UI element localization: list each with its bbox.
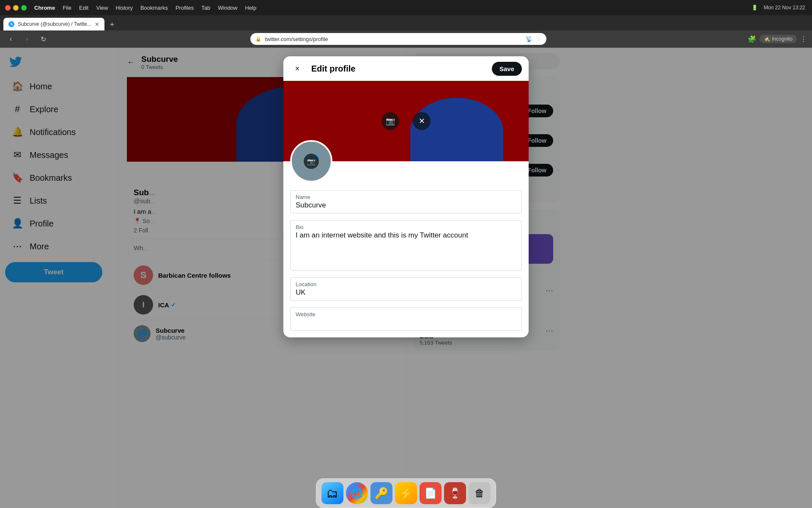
field-spacer-2 — [283, 272, 529, 277]
browser-actions: 🧩 🕵 Incognito ⋮ — [748, 35, 807, 43]
dock-finder[interactable]: 🗂 — [321, 482, 343, 504]
modal-avatar-section: 📷 — [283, 161, 529, 187]
thunderbolt-icon: ⚡ — [399, 486, 414, 500]
clock: Mon 22 Nov 13:22 — [764, 5, 805, 11]
keepass-icon: 🔑 — [375, 487, 388, 500]
avatar-camera-button[interactable]: 📷 — [304, 154, 319, 169]
titlebar-right: 🔋 Mon 22 Nov 13:22 — [752, 5, 805, 11]
bio-field[interactable]: Bio I am an internet website and this is… — [290, 220, 522, 271]
website-field[interactable]: Website — [290, 307, 522, 331]
close-button[interactable] — [5, 5, 11, 11]
wineskin-icon: 🍷 — [449, 487, 461, 499]
banner-remove-button[interactable]: ✕ — [413, 112, 431, 130]
location-field[interactable]: Location — [290, 277, 522, 301]
name-input[interactable] — [296, 201, 516, 210]
tab-close-icon[interactable]: ✕ — [95, 21, 99, 28]
incognito-label: Incognito — [772, 36, 793, 42]
pdf-icon: 📄 — [424, 487, 437, 499]
incognito-button[interactable]: 🕵 Incognito — [760, 35, 797, 43]
dock-chrome[interactable]: 🌐 — [346, 482, 368, 504]
dock-thunderbolt[interactable]: ⚡ — [395, 482, 417, 504]
tab-title: Subcurve (@subcurve) / Twitte... — [18, 21, 91, 27]
trash-icon: 🗑 — [475, 487, 485, 499]
extensions-icon[interactable]: 🧩 — [748, 35, 756, 43]
name-field[interactable]: Name — [290, 190, 522, 213]
menu-edit[interactable]: Edit — [79, 5, 88, 11]
menu-help[interactable]: Help — [245, 5, 257, 11]
lock-icon: 🔒 — [255, 36, 261, 42]
menu-view[interactable]: View — [96, 5, 108, 11]
tab-favicon: 𝕏 — [8, 21, 14, 27]
dock-keepass[interactable]: 🔑 — [370, 482, 392, 504]
browser-more-button[interactable]: ⋮ — [800, 35, 807, 43]
address-bar[interactable]: 🔒 twitter.com/settings/profile 📡 ☆ — [250, 33, 546, 45]
active-tab[interactable]: 𝕏 Subcurve (@subcurve) / Twitte... ✕ — [3, 18, 104, 30]
menu-window[interactable]: Window — [218, 5, 237, 11]
finder-icon: 🗂 — [326, 486, 338, 500]
incognito-icon: 🕵 — [764, 36, 770, 42]
name-label: Name — [296, 194, 516, 200]
chrome-icon: 🌐 — [351, 487, 363, 499]
banner-camera-button[interactable]: 📷 — [381, 112, 399, 130]
back-nav-button[interactable]: ‹ — [5, 33, 17, 45]
twitter-layout: 🏠 Home # Explore 🔔 Notifications ✉ Messa… — [0, 48, 812, 508]
menu-file[interactable]: File — [63, 5, 71, 11]
menu-history[interactable]: History — [115, 5, 132, 11]
bio-label: Bio — [296, 224, 516, 230]
app-name[interactable]: Chrome — [34, 5, 55, 11]
titlebar: Chrome File Edit View History Bookmarks … — [0, 0, 812, 15]
edit-profile-modal: × Edit profile Save 📷 ✕ — [283, 56, 529, 337]
menu-tab[interactable]: Tab — [201, 5, 210, 11]
tab-bar: 𝕏 Subcurve (@subcurve) / Twitte... ✕ + — [0, 15, 812, 30]
field-spacer-1 — [283, 215, 529, 220]
battery-icon: 🔋 — [752, 5, 758, 11]
modal-overlay[interactable]: × Edit profile Save 📷 ✕ — [0, 48, 812, 508]
bookmark-star-icon[interactable]: ☆ — [536, 36, 541, 42]
new-tab-button[interactable]: + — [106, 19, 118, 30]
address-bar-row: ‹ › ↻ 🔒 twitter.com/settings/profile 📡 ☆… — [0, 30, 812, 47]
field-spacer-3 — [283, 302, 529, 307]
titlebar-menu: Chrome File Edit View History Bookmarks … — [34, 5, 256, 11]
location-input[interactable] — [296, 288, 516, 297]
dock: 🗂 🌐 🔑 ⚡ 📄 🍷 🗑 — [316, 478, 496, 508]
modal-close-button[interactable]: × — [290, 61, 304, 76]
reload-button[interactable]: ↻ — [37, 33, 49, 45]
url-text: twitter.com/settings/profile — [265, 36, 522, 42]
modal-title: Edit profile — [311, 64, 485, 74]
location-label: Location — [296, 281, 516, 287]
website-label: Website — [296, 311, 516, 318]
browser-chrome: 𝕏 Subcurve (@subcurve) / Twitte... ✕ + ‹… — [0, 15, 812, 48]
maximize-button[interactable] — [21, 5, 27, 11]
forward-nav-button[interactable]: › — [21, 33, 33, 45]
dock-trash[interactable]: 🗑 — [469, 482, 491, 504]
menu-bookmarks[interactable]: Bookmarks — [140, 5, 168, 11]
bio-textarea[interactable]: I am an internet website and this is my … — [296, 231, 516, 265]
modal-avatar[interactable]: 📷 — [290, 140, 332, 182]
menu-profiles[interactable]: Profiles — [176, 5, 194, 11]
address-actions: 📡 ☆ — [525, 36, 541, 42]
website-input[interactable] — [296, 318, 516, 327]
dock-wineskin[interactable]: 🍷 — [444, 482, 466, 504]
minimize-button[interactable] — [13, 5, 19, 11]
modal-header: × Edit profile Save — [283, 56, 529, 81]
cast-icon[interactable]: 📡 — [525, 36, 532, 42]
dock-pdf[interactable]: 📄 — [420, 482, 442, 504]
modal-save-button[interactable]: Save — [492, 62, 522, 76]
traffic-lights — [5, 5, 27, 11]
